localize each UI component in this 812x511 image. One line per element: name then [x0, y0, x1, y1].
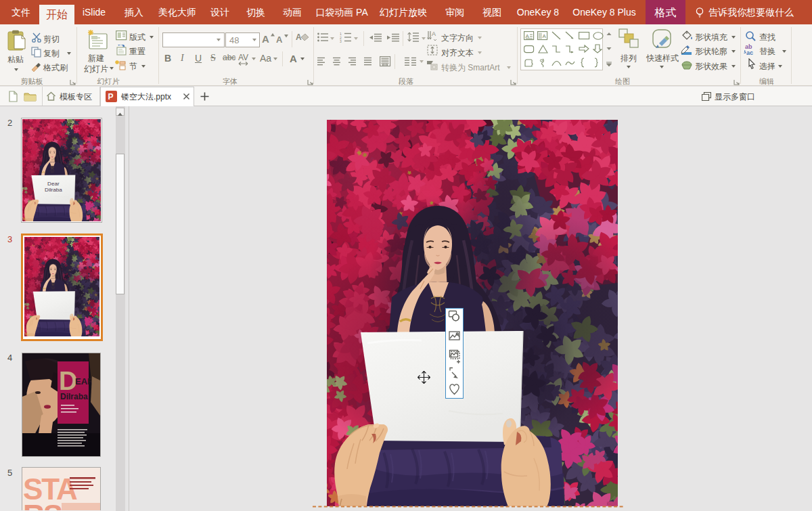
svg-text:Dilraba: Dilraba: [45, 187, 62, 193]
svg-text:Dear: Dear: [47, 181, 60, 187]
svg-text:3: 3: [340, 39, 342, 43]
svg-text:A: A: [432, 30, 436, 37]
svg-text:Dilraba: Dilraba: [60, 392, 88, 401]
svg-text:RS: RS: [23, 499, 62, 510]
svg-text:ac: ac: [746, 49, 753, 56]
svg-text:A: A: [526, 33, 530, 39]
svg-text:P: P: [108, 92, 114, 102]
svg-text:A: A: [543, 33, 547, 39]
